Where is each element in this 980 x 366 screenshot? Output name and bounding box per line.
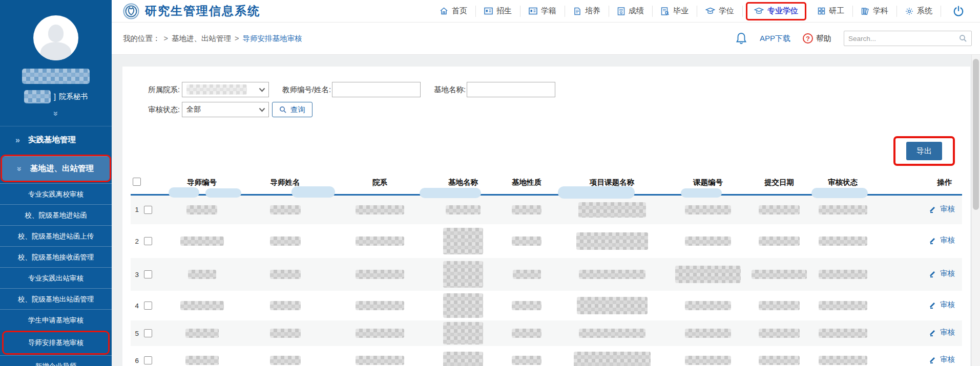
row-checkbox[interactable] <box>144 270 152 278</box>
tab-discipline[interactable]: 学科 <box>853 6 897 17</box>
query-button[interactable]: 查询 <box>272 102 312 117</box>
export-button[interactable]: 导出 <box>906 142 942 160</box>
tab-professional-degree[interactable]: 专业学位 <box>746 2 806 20</box>
search-input[interactable] <box>848 35 959 42</box>
collapse-chevron-icon[interactable]: » <box>0 109 112 119</box>
audit-link[interactable]: 审核 <box>928 269 955 278</box>
role-label: 院系秘书 <box>59 92 88 101</box>
sidebar-item-new-enterprise-tutor[interactable]: 新增企业导师 <box>0 355 112 366</box>
global-search <box>844 31 972 46</box>
sidebar-item-acceptance-letter-mgmt[interactable]: 校、院级基地接收函管理 <box>0 246 112 267</box>
sidebar-item-entry-letter[interactable]: 校、院级基地进站函 <box>0 204 112 225</box>
dept-label: 所属院系: <box>148 85 180 95</box>
audit-link-label: 审核 <box>940 355 955 364</box>
app-root: ] 院系秘书 » » 实践基地管理 » 基地进、出站管理 专业实践离校审核 校、… <box>0 0 980 366</box>
grad-cap-icon <box>754 7 764 15</box>
col-submit-date: 提交日期 <box>749 171 809 195</box>
audit-link[interactable]: 审核 <box>928 300 955 310</box>
redaction-blob <box>681 188 722 198</box>
tab-home[interactable]: 首页 <box>431 6 476 17</box>
tab-graduation[interactable]: 毕业 <box>653 6 697 17</box>
breadcrumb-current: 导师安排基地审核 <box>242 34 302 44</box>
card-icon <box>484 7 493 15</box>
sidebar-item-base-inout-mgmt[interactable]: » 基地进、出站管理 <box>2 156 110 181</box>
select-all-checkbox[interactable] <box>133 178 141 186</box>
tab-graduate-work[interactable]: 研工 <box>809 6 853 17</box>
sidebar-item-student-apply-audit[interactable]: 学生申请基地审核 <box>0 309 112 330</box>
grid-icon <box>818 7 825 15</box>
chevron-down-icon <box>259 107 265 112</box>
tab-grades[interactable]: 成绩 <box>609 6 653 17</box>
audit-link[interactable]: 审核 <box>928 235 955 245</box>
audit-link[interactable]: 审核 <box>928 204 955 214</box>
top-nav: 首页 招生 学籍 培养 成绩 <box>431 0 973 22</box>
status-label: 审核状态: <box>148 105 180 115</box>
content-panel: 所属院系: 教师编号/姓名: 基地名称: 审核状态: <box>122 67 970 366</box>
row-checkbox[interactable] <box>144 302 152 310</box>
table-row: 3 审核 <box>131 258 962 291</box>
scrollbar-thumb[interactable] <box>973 59 979 210</box>
tab-student-status[interactable]: 学籍 <box>520 6 565 17</box>
sidebar-item-entry-letter-upload[interactable]: 校、院级基地进站函上传 <box>0 225 112 246</box>
nav-label: 培养 <box>585 6 600 16</box>
sidebar-item-practice-base-mgmt[interactable]: » 实践基地管理 <box>0 126 112 154</box>
books-icon <box>861 7 869 15</box>
query-button-label: 查询 <box>290 105 305 115</box>
teacher-input[interactable] <box>332 82 421 97</box>
redaction-blob <box>420 188 481 198</box>
nav-label: 毕业 <box>673 6 689 16</box>
audit-table-wrap: 导师编号 导师姓名 院系 基地名称 基地性质 项目课题名称 课题编号 提交日期 … <box>122 169 970 366</box>
breadcrumb-item[interactable]: 基地进、出站管理 <box>172 34 231 44</box>
logout-button[interactable] <box>941 5 973 17</box>
question-icon: ? <box>803 33 813 44</box>
doc-search-icon <box>661 7 670 15</box>
sidebar-item-practice-leave-audit[interactable]: 专业实践离校审核 <box>0 183 112 204</box>
edit-pencil-icon <box>928 270 936 278</box>
vertical-scrollbar[interactable] <box>971 55 980 366</box>
sidebar-item-exit-letter-mgmt[interactable]: 校、院级基地出站函管理 <box>0 288 112 309</box>
breadcrumb-right-tools: APP下载 ? 帮助 <box>735 31 972 46</box>
row-checkbox[interactable] <box>144 237 152 245</box>
nav-label: 学科 <box>873 6 888 16</box>
breadcrumb: 我的位置： > 基地进、出站管理 > 导师安排基地审核 <box>123 34 302 44</box>
app-title: 研究生管理信息系统 <box>145 3 260 19</box>
help-link[interactable]: ? 帮助 <box>803 33 831 44</box>
col-department: 院系 <box>330 171 430 195</box>
audit-link[interactable]: 审核 <box>928 355 955 364</box>
tab-system[interactable]: 系统 <box>897 6 941 17</box>
sidebar-submenu: 专业实践离校审核 校、院级基地进站函 校、院级基地进站函上传 校、院级基地接收函… <box>0 183 112 366</box>
audit-link[interactable]: 审核 <box>928 328 955 337</box>
edit-pencil-icon <box>928 301 936 309</box>
tab-admission[interactable]: 招生 <box>476 6 520 17</box>
filter-form: 所属院系: 教师编号/姓名: 基地名称: 审核状态: <box>122 67 970 117</box>
edit-pencil-icon <box>928 329 936 337</box>
nav-label: 系统 <box>917 6 932 16</box>
tab-degree[interactable]: 学位 <box>697 6 743 17</box>
menu-label: 实践基地管理 <box>28 135 76 145</box>
user-role: ] 院系秘书 <box>0 90 112 103</box>
app-download-link[interactable]: APP下载 <box>760 34 790 44</box>
search-icon[interactable] <box>959 34 967 42</box>
help-label: 帮助 <box>816 34 831 44</box>
highlight-box-active-submenu: 导师安排基地审核 <box>2 331 110 355</box>
edit-pencil-icon <box>928 205 936 213</box>
main-column: 研究生管理信息系统 首页 招生 学籍 培养 <box>112 0 980 366</box>
grad-cap-icon <box>705 7 715 15</box>
status-select[interactable]: 全部 <box>182 102 269 117</box>
tab-cultivation[interactable]: 培养 <box>565 6 609 17</box>
highlight-box-menu: » 基地进、出站管理 <box>1 155 111 182</box>
row-checkbox[interactable] <box>144 329 152 337</box>
row-checkbox[interactable] <box>144 206 152 214</box>
sidebar-item-tutor-arrange-audit[interactable]: 导师安排基地审核 <box>4 332 108 353</box>
dept-select[interactable] <box>182 82 269 97</box>
notification-bell-icon[interactable] <box>735 32 747 45</box>
search-icon <box>279 106 287 114</box>
breadcrumb-separator: > <box>235 34 239 42</box>
row-number: 1 <box>132 206 139 213</box>
base-name-input[interactable] <box>467 82 555 97</box>
row-checkbox[interactable] <box>144 356 152 364</box>
chevron-down-icon: » <box>15 166 24 171</box>
top-header: 研究生管理信息系统 首页 招生 学籍 培养 <box>112 0 980 23</box>
sidebar-item-practice-exit-audit[interactable]: 专业实践出站审核 <box>0 267 112 288</box>
row-number: 5 <box>132 330 139 337</box>
